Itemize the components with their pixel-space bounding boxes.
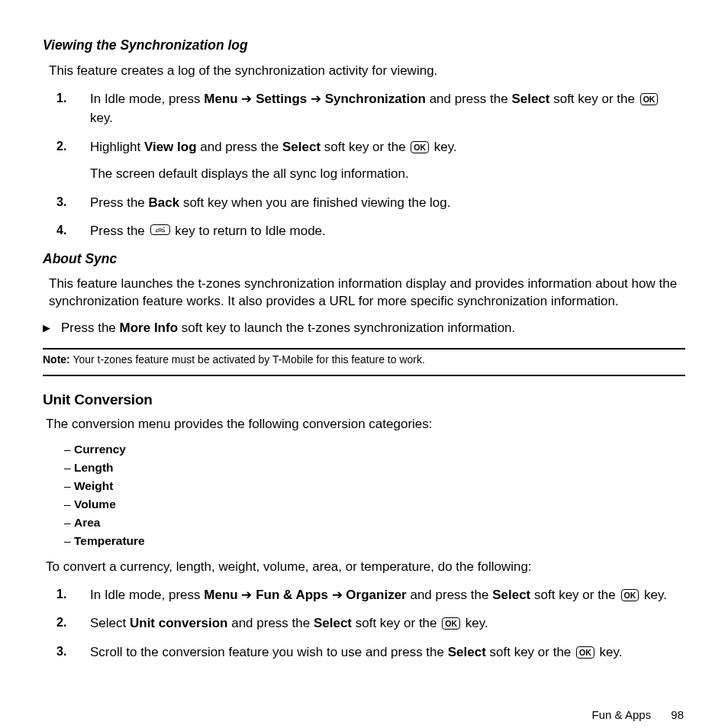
step-3: Press the Back soft key when you are fin… [56,193,685,213]
intro-about-sync: This feature launches the t-zones synchr… [49,275,685,311]
list-item: – Volume [64,497,685,513]
intro-unit-conversion: The conversion menu provides the followi… [46,416,685,433]
step-2: Highlight View log and press the Select … [56,137,685,184]
note-tzones: Note: Your t-zones feature must be activ… [43,353,440,367]
step-2: Select Unit conversion and press the Sel… [56,614,685,633]
heading-sync-log: Viewing the Synchronization log [43,37,685,55]
ok-key-icon: OK [411,141,429,153]
category-list: – Currency – Length – Weight – Volume – … [64,442,685,549]
step-2-sub: The screen default displays the all sync… [90,164,685,184]
ok-key-icon: OK [640,93,659,105]
intro2-unit-conversion: To convert a currency, length, weight, v… [46,559,685,576]
list-item: – Weight [64,478,685,494]
steps-sync-log: In Idle mode, press Menu ➔ Settings ➔ Sy… [43,89,685,241]
note-rule-top [43,348,685,350]
step-1: In Idle mode, press Menu ➔ Settings ➔ Sy… [56,89,685,128]
page-footer: Fun & Apps 98 [43,707,685,723]
step-1: In Idle mode, press Menu ➔ Fun & Apps ➔ … [56,585,685,605]
svg-point-0 [163,227,165,228]
heading-about-sync: About Sync [43,250,685,269]
intro-sync-log: This feature creates a log of the synchr… [49,63,685,80]
ok-key-icon: OK [621,589,639,601]
footer-page-number: 98 [671,708,684,721]
steps-unit-conversion: In Idle mode, press Menu ➔ Fun & Apps ➔ … [43,585,685,662]
list-item: – Currency [64,442,685,458]
list-item: – Temperature [64,533,685,549]
end-call-key-icon [150,224,170,235]
step-4: Press the key to return to Idle mode. [56,221,685,241]
ok-key-icon: OK [576,646,594,659]
page-body: Viewing the Synchronization log This fea… [0,0,728,728]
list-item: – Area [64,515,685,531]
ok-key-icon: OK [442,617,460,630]
list-item: – Length [64,460,685,476]
footer-section: Fun & Apps [592,708,652,721]
step-3: Scroll to the conversion feature you wis… [56,643,685,662]
heading-unit-conversion: Unit Conversion [43,390,685,410]
bullet-more-info: Press the More Info soft key to launch t… [43,320,685,337]
note-rule-bottom [43,375,685,376]
